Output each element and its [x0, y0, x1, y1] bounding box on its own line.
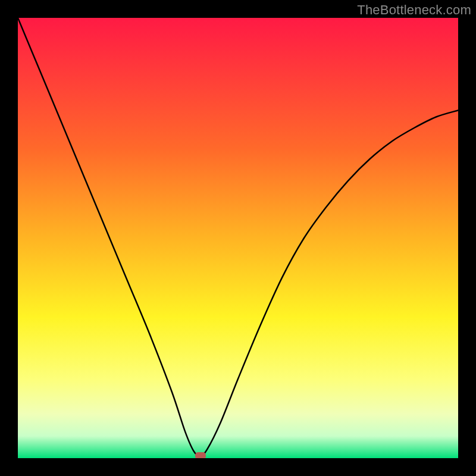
chart-frame: TheBottleneck.com [0, 0, 476, 476]
bottleneck-curve [18, 18, 458, 456]
optimal-point-marker [195, 452, 206, 458]
curve-layer [18, 18, 458, 458]
watermark-text: TheBottleneck.com [357, 2, 471, 18]
plot-area [18, 18, 458, 458]
